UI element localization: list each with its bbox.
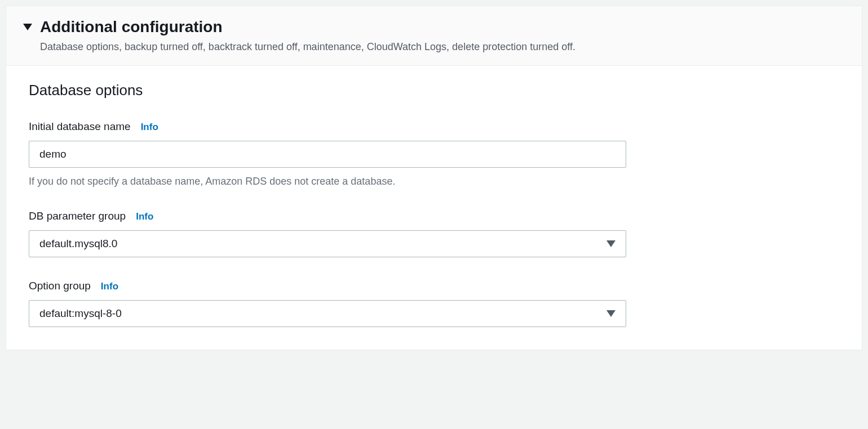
info-link[interactable]: Info (136, 211, 153, 222)
caret-down-icon (606, 307, 615, 320)
select-value: default.mysql8.0 (39, 238, 117, 250)
field-label: DB parameter group (29, 210, 126, 222)
info-link[interactable]: Info (141, 122, 158, 133)
option-group-select[interactable]: default:mysql-8-0 (29, 300, 626, 327)
expander-title-block: Additional configuration Database option… (40, 17, 575, 54)
caret-down-icon (23, 23, 32, 32)
svg-marker-2 (606, 310, 615, 317)
initial-database-name-field: Initial database name Info If you do not… (29, 120, 839, 187)
db-parameter-group-field: DB parameter group Info default.mysql8.0 (29, 210, 839, 257)
svg-marker-1 (606, 240, 615, 247)
section-title: Database options (29, 82, 839, 99)
field-label: Option group (29, 280, 91, 292)
expander-header[interactable]: Additional configuration Database option… (6, 6, 862, 66)
option-group-field: Option group Info default:mysql-8-0 (29, 280, 839, 327)
select-value: default:mysql-8-0 (39, 307, 122, 320)
additional-configuration-panel: Additional configuration Database option… (6, 6, 862, 350)
info-link[interactable]: Info (101, 281, 118, 292)
helper-text: If you do not specify a database name, A… (29, 176, 839, 187)
svg-marker-0 (23, 24, 32, 30)
db-parameter-group-select[interactable]: default.mysql8.0 (29, 230, 626, 257)
expander-title: Additional configuration (40, 17, 575, 37)
database-options-section: Database options Initial database name I… (6, 66, 862, 350)
caret-down-icon (606, 238, 615, 250)
field-label: Initial database name (29, 120, 131, 133)
initial-database-name-input[interactable] (29, 141, 626, 168)
expander-subtitle: Database options, backup turned off, bac… (40, 40, 575, 54)
